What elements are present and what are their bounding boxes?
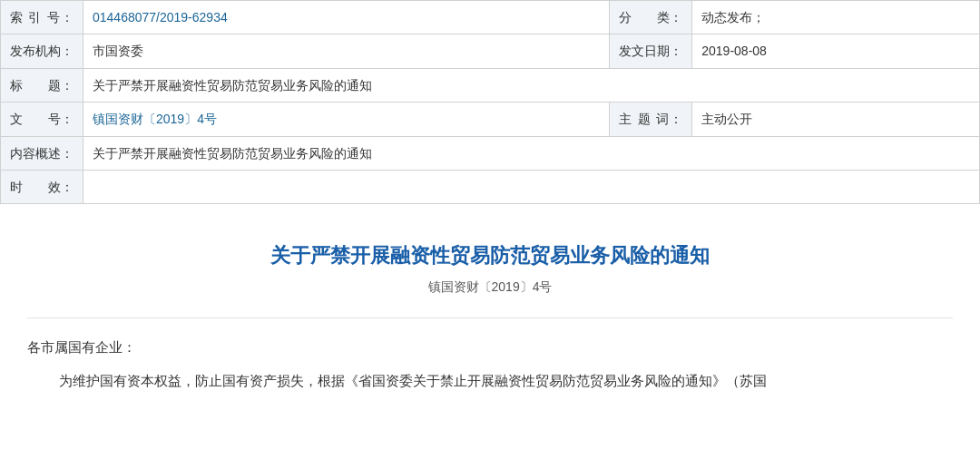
value-summary: 关于严禁开展融资性贸易防范贸易业务风险的通知	[83, 136, 980, 170]
value-date: 2019-08-08	[692, 34, 980, 68]
divider	[27, 318, 953, 318]
doc-body: 为维护国有资本权益，防止国有资产损失，根据《省国资委关于禁止开展融资性贸易防范贸…	[27, 368, 953, 395]
value-keyword: 主动公开	[692, 103, 980, 136]
value-category: 动态发布；	[692, 1, 980, 34]
document-title: 关于严禁开展融资性贸易防范贸易业务风险的通知	[27, 240, 953, 270]
label-docnum: 文 号：	[1, 103, 83, 136]
document-subtitle: 镇国资财〔2019〕4号	[27, 279, 953, 296]
metadata-table: 索 引 号： 014468077/2019-62934 分 类： 动态发布； 发…	[0, 0, 980, 204]
document-content: 关于严禁开展融资性贸易防范贸易业务风险的通知 镇国资财〔2019〕4号 各市属国…	[0, 204, 980, 421]
value-validity	[83, 170, 980, 203]
label-title: 标 题：	[1, 68, 83, 102]
meta-row-5: 内容概述： 关于严禁开展融资性贸易防范贸易业务风险的通知	[1, 136, 980, 170]
meta-row-2: 发布机构： 市国资委 发文日期： 2019-08-08	[1, 34, 980, 68]
value-index: 014468077/2019-62934	[83, 1, 610, 34]
label-date: 发文日期：	[610, 34, 692, 68]
label-validity: 时 效：	[1, 170, 83, 203]
meta-row-3: 标 题： 关于严禁开展融资性贸易防范贸易业务风险的通知	[1, 68, 980, 102]
doc-paragraph-1: 为维护国有资本权益，防止国有资产损失，根据《省国资委关于禁止开展融资性贸易防范贸…	[32, 368, 948, 395]
label-category: 分 类：	[610, 1, 692, 34]
doc-salutation: 各市属国有企业：	[27, 335, 953, 361]
meta-row-6: 时 效：	[1, 170, 980, 203]
label-index: 索 引 号：	[1, 1, 83, 34]
label-keyword: 主 题 词：	[610, 103, 692, 136]
label-publisher: 发布机构：	[1, 34, 83, 68]
meta-row-1: 索 引 号： 014468077/2019-62934 分 类： 动态发布；	[1, 1, 980, 34]
value-title: 关于严禁开展融资性贸易防范贸易业务风险的通知	[83, 68, 980, 102]
meta-row-4: 文 号： 镇国资财〔2019〕4号 主 题 词： 主动公开	[1, 103, 980, 136]
label-summary: 内容概述：	[1, 136, 83, 170]
value-publisher: 市国资委	[83, 34, 610, 68]
page-container: 索 引 号： 014468077/2019-62934 分 类： 动态发布； 发…	[0, 0, 980, 421]
value-docnum: 镇国资财〔2019〕4号	[83, 103, 610, 136]
